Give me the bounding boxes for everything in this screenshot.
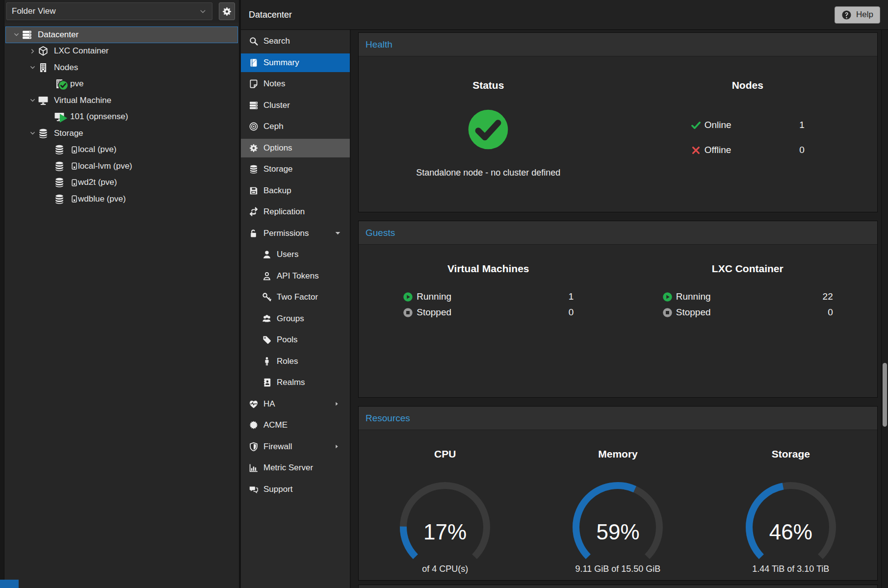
menu-item-pools[interactable]: Pools bbox=[241, 331, 350, 349]
guests-column-virtual-machines: Virtual MachinesRunning1Stopped0 bbox=[359, 245, 618, 397]
tree-item-datacenter[interactable]: Datacenter bbox=[5, 26, 238, 43]
menu-item-groups[interactable]: Groups bbox=[241, 309, 350, 328]
caret-right-icon bbox=[334, 401, 340, 407]
menu-item-label: Metric Server bbox=[263, 463, 313, 473]
users-icon bbox=[262, 314, 277, 324]
guest-row-label: Running bbox=[417, 291, 451, 302]
menu-item-users[interactable]: Users bbox=[241, 245, 350, 264]
menu-item-label: HA bbox=[263, 399, 275, 409]
menu-item-backup[interactable]: Backup bbox=[241, 181, 350, 200]
nodes-title: Nodes bbox=[618, 79, 878, 91]
node-status-row-online: Online1 bbox=[691, 119, 805, 131]
resource-gauge-storage: Storage46%1.44 TiB of 3.10 TiB bbox=[705, 430, 877, 580]
guest-row-running: Running22 bbox=[662, 290, 833, 303]
chevron-down-icon[interactable] bbox=[27, 129, 38, 137]
gauge-arc: 59% bbox=[569, 481, 667, 562]
node-status-label: Offline bbox=[705, 145, 731, 155]
search-icon bbox=[249, 36, 263, 46]
database-icon bbox=[54, 144, 66, 155]
guests-column-title: Virtual Machines bbox=[359, 262, 618, 275]
menu-item-firewall[interactable]: Firewall bbox=[241, 437, 350, 456]
content-scrollbar[interactable] bbox=[881, 30, 888, 588]
unlock-icon bbox=[249, 229, 263, 238]
tree-item-wdblue-pve[interactable]: wdblue (pve) bbox=[5, 191, 238, 207]
play-circle-icon bbox=[403, 292, 413, 302]
view-mode-label: Folder View bbox=[12, 6, 55, 16]
resources-panel-header: Resources bbox=[359, 407, 877, 430]
proxmox-app: Folder View DatacenterLXC ContainerNodes… bbox=[0, 0, 888, 588]
tree-item-101-opnsense[interactable]: 101 (opnsense) bbox=[5, 109, 238, 126]
guest-row-count: 22 bbox=[823, 291, 833, 302]
gauge-title: CPU bbox=[359, 448, 531, 460]
menu-item-search[interactable]: Search bbox=[241, 32, 350, 51]
menu-item-api-tokens[interactable]: API Tokens bbox=[241, 267, 350, 285]
tree-settings-button[interactable] bbox=[219, 2, 235, 20]
database-icon bbox=[54, 177, 66, 188]
menu-item-permissions[interactable]: Permissions bbox=[241, 224, 350, 243]
menu-item-summary[interactable]: Summary bbox=[241, 53, 350, 72]
database-icon bbox=[249, 164, 263, 174]
guest-row-count: 1 bbox=[569, 291, 574, 302]
tree-item-lxc-container[interactable]: LXC Container bbox=[5, 43, 238, 60]
menu-item-metric-server[interactable]: Metric Server bbox=[241, 459, 350, 477]
tree-item-storage[interactable]: Storage bbox=[5, 125, 238, 142]
play-circle-icon bbox=[662, 292, 673, 302]
resource-tree: DatacenterLXC ContainerNodespveVirtual M… bbox=[4, 23, 239, 207]
check-icon bbox=[691, 120, 701, 130]
tree-item-label: wdblue (pve) bbox=[78, 194, 126, 204]
menu-item-acme[interactable]: ACME bbox=[241, 416, 350, 435]
chevron-down-icon[interactable] bbox=[27, 64, 38, 71]
caret-down-icon[interactable] bbox=[334, 230, 341, 237]
monitor-icon bbox=[54, 111, 66, 122]
menu-item-options[interactable]: Options bbox=[241, 139, 350, 157]
node-status-count: 1 bbox=[799, 120, 805, 130]
database-icon bbox=[38, 128, 50, 139]
gauge-detail: 1.44 TiB of 3.10 TiB bbox=[705, 564, 877, 574]
tree-item-local-lvm-pve[interactable]: local-lvm (pve) bbox=[5, 158, 238, 175]
menu-item-replication[interactable]: Replication bbox=[241, 203, 350, 221]
tree-toolbar: Folder View bbox=[4, 0, 239, 23]
menu-item-storage[interactable]: Storage bbox=[241, 160, 350, 179]
menu-item-ha[interactable]: HA bbox=[241, 395, 350, 413]
tree-item-label: local-lvm (pve) bbox=[78, 161, 132, 171]
menu-item-support[interactable]: Support bbox=[241, 480, 350, 499]
menu-item-label: Notes bbox=[263, 79, 285, 89]
tree-item-nodes[interactable]: Nodes bbox=[5, 59, 238, 76]
drive-icon bbox=[71, 194, 78, 204]
chevron-down-icon[interactable] bbox=[27, 97, 38, 104]
menu-item-label: Summary bbox=[263, 58, 299, 68]
person-icon bbox=[262, 357, 277, 366]
view-mode-select[interactable]: Folder View bbox=[6, 2, 212, 20]
chevron-down-icon[interactable] bbox=[11, 31, 22, 38]
tree-item-label: LXC Container bbox=[54, 46, 109, 56]
menu-item-cluster[interactable]: Cluster bbox=[241, 96, 350, 115]
cross-icon bbox=[691, 145, 701, 155]
menu-item-roles[interactable]: Roles bbox=[241, 352, 350, 371]
menu-item-realms[interactable]: Realms bbox=[241, 373, 350, 392]
tree-item-local-pve[interactable]: local (pve) bbox=[5, 142, 238, 158]
tree-item-label: local (pve) bbox=[78, 145, 116, 154]
menu-item-label: Cluster bbox=[263, 101, 290, 110]
chevron-down-icon bbox=[199, 7, 207, 16]
stop-circle-icon bbox=[662, 307, 673, 318]
user-icon bbox=[262, 250, 277, 259]
status-title: Status bbox=[359, 79, 618, 91]
node-status-row-offline: Offline0 bbox=[691, 144, 805, 156]
menu-item-label: ACME bbox=[263, 420, 287, 430]
help-button[interactable]: Help bbox=[835, 6, 880, 24]
menu-item-ceph[interactable]: Ceph bbox=[241, 117, 350, 136]
scrollbar-thumb[interactable] bbox=[883, 363, 887, 427]
menu-item-two-factor[interactable]: Two Factor bbox=[241, 288, 350, 307]
guest-row-count: 0 bbox=[828, 307, 833, 318]
menu-item-label: Two Factor bbox=[277, 292, 318, 302]
chevron-right-icon[interactable] bbox=[27, 48, 38, 55]
tree-item-pve[interactable]: pve bbox=[5, 76, 238, 93]
question-circle-icon bbox=[841, 10, 852, 20]
sync-icon bbox=[249, 207, 263, 217]
node-status-count: 0 bbox=[799, 145, 805, 155]
nodes-column: Nodes Online1Offline0 bbox=[618, 56, 878, 212]
tree-item-virtual-machine[interactable]: Virtual Machine bbox=[5, 92, 238, 109]
menu-item-notes[interactable]: Notes bbox=[241, 75, 350, 93]
tree-item-wd2t-pve[interactable]: wd2t (pve) bbox=[5, 175, 238, 191]
guest-row-label: Stopped bbox=[676, 307, 711, 318]
